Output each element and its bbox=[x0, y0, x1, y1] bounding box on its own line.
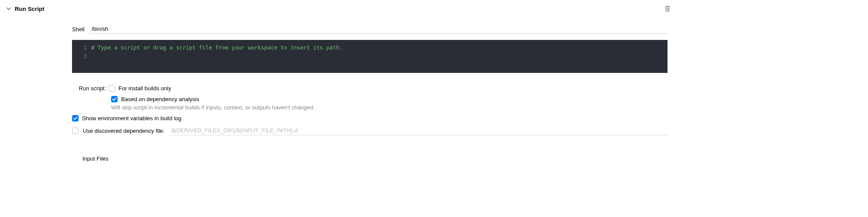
editor-gutter: 1 2 bbox=[72, 40, 91, 73]
editor-code[interactable]: # Type a script or drag a script file fr… bbox=[91, 40, 667, 73]
show-env-label: Show environment variables in build log bbox=[82, 115, 181, 122]
chevron-down-icon[interactable] bbox=[6, 6, 11, 11]
discovered-dep-label: Use discovered dependency file: bbox=[83, 128, 164, 134]
discovered-dep-checkbox[interactable] bbox=[72, 128, 79, 134]
discovered-dep-input[interactable] bbox=[169, 126, 667, 135]
script-editor[interactable]: 1 2 # Type a script or drag a script fil… bbox=[72, 40, 667, 73]
dependency-analysis-checkbox[interactable] bbox=[111, 96, 118, 102]
shell-input[interactable] bbox=[89, 24, 667, 34]
show-env-checkbox[interactable] bbox=[72, 115, 79, 122]
run-script-label: Run script: bbox=[72, 85, 108, 92]
editor-comment: # Type a script or drag a script file fr… bbox=[91, 44, 342, 51]
install-only-checkbox[interactable] bbox=[108, 85, 115, 92]
dependency-analysis-label: Based on dependency analysis bbox=[121, 96, 199, 102]
dependency-analysis-hint: Will skip script in incremental builds i… bbox=[111, 104, 667, 111]
trash-icon[interactable] bbox=[664, 5, 671, 12]
input-files-title: Input Files bbox=[82, 155, 667, 162]
install-only-label: For install builds only bbox=[118, 85, 171, 92]
section-title: Run Script bbox=[15, 6, 44, 12]
shell-label: Shell bbox=[72, 26, 85, 33]
